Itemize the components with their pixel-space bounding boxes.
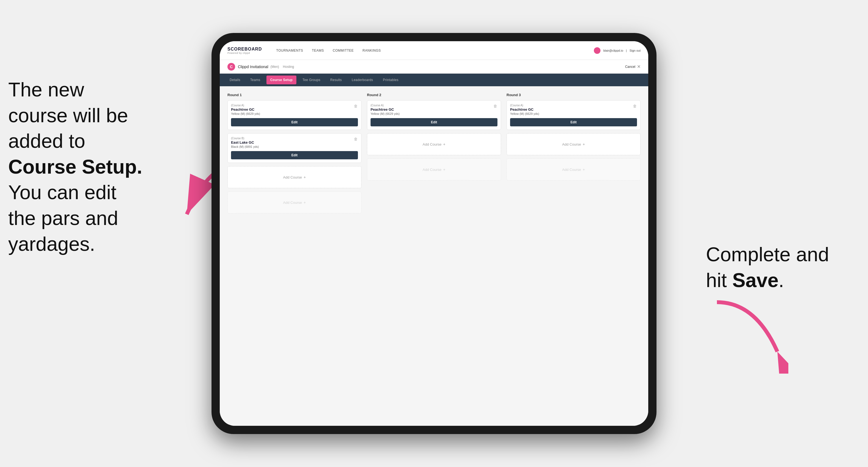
round-3-column: Round 3 🗑 (Course A) Peachtree GC Yellow… (506, 93, 641, 217)
tournament-hosting: Hosting (283, 65, 294, 69)
tab-results[interactable]: Results (325, 73, 347, 86)
cancel-x-icon: ✕ (637, 64, 641, 69)
tournament-logo-letter: C (230, 65, 232, 69)
round-2-add-course-disabled-plus-icon: + (443, 167, 445, 172)
round-1-course-b-name: East Lake GC (231, 141, 358, 145)
round-2-course-a-label: (Course A) (371, 104, 497, 107)
round-3-add-course-button[interactable]: Add Course + (506, 133, 641, 155)
annotation-line7: yardages. (8, 233, 95, 255)
round-3-add-course-label: Add Course (562, 142, 581, 147)
round-1-course-a-delete-icon[interactable]: 🗑 (353, 103, 359, 109)
annotation-line1: The new (8, 79, 84, 100)
round-1-add-course-label: Add Course (283, 175, 302, 179)
annotation-line5: You can edit (8, 181, 117, 203)
round-3-course-a-name: Peachtree GC (510, 107, 637, 112)
logo-sub-text: Powered by clippd (227, 52, 262, 54)
round-1-add-course-disabled: Add Course + (227, 191, 362, 213)
round-2-add-course-plus-icon: + (443, 142, 445, 147)
round-2-course-a-name: Peachtree GC (371, 107, 497, 112)
round-3-add-course-plus-icon: + (583, 142, 585, 147)
nav-committee[interactable]: COMMITTEE (328, 41, 358, 60)
tournament-division: (Men) (271, 65, 279, 69)
tab-leaderboards[interactable]: Leaderboards (347, 73, 378, 86)
round-1-title: Round 1 (227, 93, 362, 97)
round-1-course-b-label: (Course B) (231, 137, 358, 140)
round-2-add-course-disabled: Add Course + (367, 158, 501, 181)
nav-separator: | (626, 49, 627, 52)
scoreboard-logo: SCOREBOARD Powered by clippd (227, 47, 262, 54)
round-1-course-a-name: Peachtree GC (231, 107, 358, 112)
sub-tabs: Details Teams Course Setup Tee Groups Re… (220, 73, 648, 86)
tournament-logo: C (227, 63, 235, 71)
tab-details[interactable]: Details (225, 73, 245, 86)
cancel-label: Cancel (625, 65, 636, 69)
annotation-right-end: . (778, 269, 784, 291)
annotation-line6: the pars and (8, 207, 118, 229)
tournament-name: Clippd Invitational (238, 65, 268, 69)
round-2-add-course-button[interactable]: Add Course + (367, 133, 501, 155)
tab-printables[interactable]: Printables (378, 73, 403, 86)
round-2-title: Round 2 (367, 93, 501, 97)
round-1-column: Round 1 🗑 (Course A) Peachtree GC Yellow… (227, 93, 362, 217)
round-1-add-course-button[interactable]: Add Course + (227, 166, 362, 188)
annotation-line2: course will be (8, 104, 128, 126)
round-1-course-b-edit-button[interactable]: Edit (231, 151, 358, 159)
round-2-course-a-details: Yellow (M) (6629 yds) (371, 112, 497, 115)
tablet-device: SCOREBOARD Powered by clippd TOURNAMENTS… (212, 33, 656, 434)
tab-tee-groups[interactable]: Tee Groups (298, 73, 325, 86)
tablet-screen: SCOREBOARD Powered by clippd TOURNAMENTS… (220, 41, 648, 426)
round-3-course-a-label: (Course A) (510, 104, 637, 107)
round-1-course-a-card: 🗑 (Course A) Peachtree GC Yellow (M) (66… (227, 100, 362, 130)
annotation-line4: Course Setup. (8, 156, 142, 178)
top-nav: SCOREBOARD Powered by clippd TOURNAMENTS… (220, 41, 648, 60)
round-1-add-course-plus-icon: + (304, 175, 306, 179)
round-1-course-b-delete-icon[interactable]: 🗑 (353, 136, 359, 142)
round-1-course-b-details: Black (M) (6891 yds) (231, 145, 358, 148)
annotation-right-line2: hit (706, 269, 732, 291)
round-3-course-a-edit-button[interactable]: Edit (510, 118, 637, 126)
annotation-right-line1: Complete and (706, 243, 829, 266)
sign-out-link[interactable]: Sign out (629, 49, 641, 52)
round-1-add-course-disabled-label: Add Course (283, 200, 302, 205)
nav-teams[interactable]: TEAMS (308, 41, 329, 60)
nav-links: TOURNAMENTS TEAMS COMMITTEE RANKINGS (272, 41, 594, 60)
user-area: blair@clippd.io | Sign out (594, 47, 641, 54)
round-1-course-a-details: Yellow (M) (6629 yds) (231, 112, 358, 115)
nav-rankings[interactable]: RANKINGS (358, 41, 385, 60)
round-1-course-a-edit-button[interactable]: Edit (231, 118, 358, 126)
right-arrow-icon (701, 297, 788, 374)
annotation-right-bold: Save (732, 269, 778, 291)
annotation-line3: added to (8, 130, 85, 152)
round-3-course-a-details: Yellow (M) (6629 yds) (510, 112, 637, 115)
round-3-title: Round 3 (506, 93, 641, 97)
nav-tournaments[interactable]: TOURNAMENTS (272, 41, 308, 60)
round-2-column: Round 2 🗑 (Course A) Peachtree GC Yellow… (367, 93, 501, 217)
rounds-grid: Round 1 🗑 (Course A) Peachtree GC Yellow… (227, 93, 641, 217)
round-2-add-course-label: Add Course (423, 142, 442, 147)
round-3-add-course-disabled-label: Add Course (562, 167, 581, 172)
main-content: Round 1 🗑 (Course A) Peachtree GC Yellow… (220, 86, 648, 426)
user-email: blair@clippd.io (603, 49, 623, 52)
logo-main-text: SCOREBOARD (227, 47, 262, 52)
right-annotation: Complete and hit Save. (706, 242, 860, 293)
round-3-course-a-card: 🗑 (Course A) Peachtree GC Yellow (M) (66… (506, 100, 641, 130)
tab-course-setup[interactable]: Course Setup (267, 75, 297, 84)
cancel-button[interactable]: Cancel ✕ (625, 64, 641, 69)
tournament-bar: C Clippd Invitational (Men) Hosting Canc… (220, 60, 648, 73)
left-annotation: The new course will be added to Course S… (8, 77, 179, 257)
tab-teams[interactable]: Teams (245, 73, 265, 86)
round-3-add-course-disabled-plus-icon: + (583, 167, 585, 172)
round-2-add-course-disabled-label: Add Course (423, 167, 442, 172)
round-2-course-a-edit-button[interactable]: Edit (371, 118, 497, 126)
round-1-add-course-disabled-plus-icon: + (304, 200, 306, 205)
round-3-course-a-delete-icon[interactable]: 🗑 (632, 103, 638, 109)
round-1-course-a-label: (Course A) (231, 104, 358, 107)
round-3-add-course-disabled: Add Course + (506, 158, 641, 181)
round-2-course-a-card: 🗑 (Course A) Peachtree GC Yellow (M) (66… (367, 100, 501, 130)
round-1-course-b-card: 🗑 (Course B) East Lake GC Black (M) (689… (227, 133, 362, 163)
round-2-course-a-delete-icon[interactable]: 🗑 (493, 103, 498, 109)
user-avatar (594, 47, 600, 54)
